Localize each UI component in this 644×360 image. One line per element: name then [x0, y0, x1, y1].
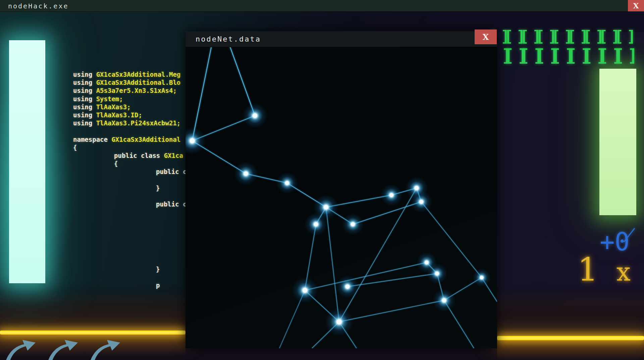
- swoosh-arrow-icon: [46, 336, 85, 360]
- app-close-button[interactable]: X: [628, 0, 644, 11]
- network-node[interactable]: [427, 263, 447, 284]
- network-node[interactable]: [234, 162, 258, 185]
- swoosh-arrow-icon: [88, 336, 127, 360]
- slot-bracket-pair: []: [551, 46, 567, 65]
- nodenet-window: nodeNet.data X: [185, 31, 497, 348]
- slot-bracket-pair: []: [598, 46, 614, 65]
- swoosh-arrow-icon: [3, 336, 43, 360]
- slot-bracket-pair: []: [583, 46, 598, 65]
- plus-counter-label: +0: [600, 227, 630, 256]
- code-line: [156, 217, 160, 225]
- slot-bracket-pair: []: [614, 27, 630, 45]
- neon-divider-right: [497, 336, 644, 340]
- slot-bracket-pair: []: [583, 27, 598, 45]
- code-line: [73, 127, 77, 135]
- slot-bracket-pair: []: [535, 27, 551, 45]
- code-line: [156, 241, 160, 249]
- slot-bracket-pair: []: [535, 46, 551, 65]
- network-node[interactable]: [185, 127, 206, 155]
- app-title: nodeHack.exe: [8, 2, 69, 10]
- nodenet-close-button[interactable]: X: [475, 29, 497, 44]
- slot-bracket-pair: []: [520, 46, 535, 65]
- network-node[interactable]: [433, 289, 455, 312]
- progress-bar-green: [599, 69, 636, 215]
- code-line: }: [156, 184, 160, 192]
- code-line: using System;: [73, 95, 123, 103]
- code-line: [156, 249, 160, 257]
- yellow-line-underglow-right: [497, 340, 644, 360]
- slot-bracket-pair: []: [504, 27, 520, 45]
- slot-bracket-pair: []: [567, 46, 583, 65]
- network-node[interactable]: [473, 268, 491, 287]
- slot-brackets-row-2: [][][][][][][][][]: [488, 46, 630, 65]
- network-edge: [339, 188, 417, 322]
- code-line: public c: [156, 200, 185, 208]
- code-line: [156, 192, 160, 200]
- slot-bracket-pair: []: [614, 46, 630, 65]
- code-line: [156, 176, 160, 184]
- network-node[interactable]: [336, 275, 359, 298]
- slot-bracket-pair: []: [567, 27, 583, 45]
- network-edge: [326, 207, 339, 322]
- code-line: namespace GX1caSx3Additional: [73, 135, 180, 143]
- code-line: using GX1caSx3Additional.Meg: [73, 70, 180, 78]
- code-line: {: [73, 143, 77, 152]
- network-node[interactable]: [243, 103, 268, 128]
- network-node[interactable]: [342, 214, 364, 235]
- combo-arrows: [3, 336, 144, 360]
- nodenet-title-bar[interactable]: nodeNet.data: [185, 31, 497, 47]
- code-line: [156, 225, 160, 233]
- network-node[interactable]: [325, 308, 354, 336]
- network-edge: [347, 274, 437, 287]
- code-line: public class GX1ca: [114, 152, 183, 160]
- slot-bracket-pair: []: [598, 27, 614, 45]
- score-value: 1: [578, 251, 598, 288]
- network-node[interactable]: [381, 184, 402, 206]
- neon-divider-left: [0, 331, 185, 335]
- code-line: p: [156, 281, 160, 289]
- code-panel: using GX1caSx3Additional.Megusing GX1caS…: [0, 32, 185, 293]
- network-edge: [305, 262, 427, 290]
- code-line: [156, 273, 160, 281]
- slot-bracket-pair: []: [520, 27, 535, 45]
- network-edge: [192, 47, 211, 141]
- code-line: [156, 233, 160, 241]
- slot-bracket-pair: []: [504, 46, 520, 65]
- code-line: using TlAaXas3.ID;: [73, 111, 142, 119]
- code-line: using A5s3a7er5.Xn3.S1xAs4;: [73, 86, 177, 95]
- code-line: [156, 208, 160, 216]
- slot-brackets-row-1: [][][][][][][][][]: [488, 27, 630, 45]
- network-node[interactable]: [292, 277, 318, 303]
- nodenet-title: nodeNet.data: [196, 35, 261, 43]
- code-line: using GX1caSx3Additional.Blo: [73, 78, 180, 86]
- node-graph[interactable]: [185, 47, 497, 348]
- network-node[interactable]: [411, 191, 432, 213]
- slot-bracket-pair: []: [551, 27, 567, 45]
- score-multiplier-label: x: [616, 257, 631, 286]
- network-node[interactable]: [276, 172, 298, 194]
- code-line: using TlAaXas3;: [73, 103, 131, 111]
- code-line: }: [156, 265, 160, 273]
- app-title-bar[interactable]: nodeHack.exe X: [0, 0, 644, 11]
- code-line: using TlAaXas3.Pi24sxAcbw21;: [73, 119, 180, 127]
- network-edge: [339, 300, 444, 322]
- code-line: [156, 257, 160, 265]
- network-node[interactable]: [305, 213, 327, 236]
- code-line: public c: [156, 168, 185, 176]
- code-line: {: [114, 160, 118, 168]
